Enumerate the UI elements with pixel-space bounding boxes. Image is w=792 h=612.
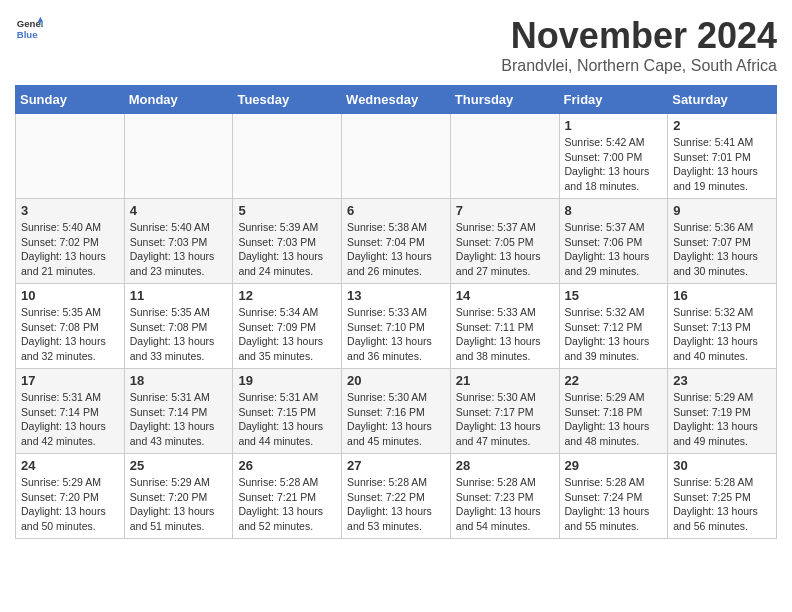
calendar-cell: 16Sunrise: 5:32 AM Sunset: 7:13 PM Dayli…: [668, 284, 777, 369]
day-number: 1: [565, 118, 663, 133]
calendar-week-row: 24Sunrise: 5:29 AM Sunset: 7:20 PM Dayli…: [16, 454, 777, 539]
day-info: Sunrise: 5:40 AM Sunset: 7:03 PM Dayligh…: [130, 220, 228, 279]
weekday-header: Saturday: [668, 86, 777, 114]
day-info: Sunrise: 5:28 AM Sunset: 7:24 PM Dayligh…: [565, 475, 663, 534]
day-info: Sunrise: 5:29 AM Sunset: 7:18 PM Dayligh…: [565, 390, 663, 449]
day-number: 7: [456, 203, 554, 218]
day-number: 23: [673, 373, 771, 388]
day-number: 11: [130, 288, 228, 303]
calendar-cell: 23Sunrise: 5:29 AM Sunset: 7:19 PM Dayli…: [668, 369, 777, 454]
calendar-week-row: 17Sunrise: 5:31 AM Sunset: 7:14 PM Dayli…: [16, 369, 777, 454]
day-info: Sunrise: 5:36 AM Sunset: 7:07 PM Dayligh…: [673, 220, 771, 279]
day-info: Sunrise: 5:35 AM Sunset: 7:08 PM Dayligh…: [21, 305, 119, 364]
day-info: Sunrise: 5:31 AM Sunset: 7:14 PM Dayligh…: [130, 390, 228, 449]
calendar-cell: [16, 114, 125, 199]
calendar-cell: 2Sunrise: 5:41 AM Sunset: 7:01 PM Daylig…: [668, 114, 777, 199]
day-info: Sunrise: 5:28 AM Sunset: 7:23 PM Dayligh…: [456, 475, 554, 534]
day-number: 25: [130, 458, 228, 473]
day-number: 12: [238, 288, 336, 303]
calendar-week-row: 1Sunrise: 5:42 AM Sunset: 7:00 PM Daylig…: [16, 114, 777, 199]
day-info: Sunrise: 5:29 AM Sunset: 7:20 PM Dayligh…: [21, 475, 119, 534]
day-info: Sunrise: 5:32 AM Sunset: 7:12 PM Dayligh…: [565, 305, 663, 364]
calendar-cell: 8Sunrise: 5:37 AM Sunset: 7:06 PM Daylig…: [559, 199, 668, 284]
calendar-cell: 29Sunrise: 5:28 AM Sunset: 7:24 PM Dayli…: [559, 454, 668, 539]
logo: General Blue: [15, 15, 43, 43]
day-number: 2: [673, 118, 771, 133]
logo-icon: General Blue: [15, 15, 43, 43]
calendar-cell: 14Sunrise: 5:33 AM Sunset: 7:11 PM Dayli…: [450, 284, 559, 369]
day-number: 16: [673, 288, 771, 303]
calendar-cell: 18Sunrise: 5:31 AM Sunset: 7:14 PM Dayli…: [124, 369, 233, 454]
day-number: 3: [21, 203, 119, 218]
day-number: 4: [130, 203, 228, 218]
day-info: Sunrise: 5:38 AM Sunset: 7:04 PM Dayligh…: [347, 220, 445, 279]
calendar-cell: [342, 114, 451, 199]
day-number: 9: [673, 203, 771, 218]
calendar-week-row: 10Sunrise: 5:35 AM Sunset: 7:08 PM Dayli…: [16, 284, 777, 369]
day-number: 29: [565, 458, 663, 473]
calendar-week-row: 3Sunrise: 5:40 AM Sunset: 7:02 PM Daylig…: [16, 199, 777, 284]
day-info: Sunrise: 5:39 AM Sunset: 7:03 PM Dayligh…: [238, 220, 336, 279]
title-area: November 2024 Brandvlei, Northern Cape, …: [501, 15, 777, 75]
day-number: 17: [21, 373, 119, 388]
day-number: 5: [238, 203, 336, 218]
day-info: Sunrise: 5:30 AM Sunset: 7:17 PM Dayligh…: [456, 390, 554, 449]
day-number: 18: [130, 373, 228, 388]
day-info: Sunrise: 5:37 AM Sunset: 7:06 PM Dayligh…: [565, 220, 663, 279]
day-number: 24: [21, 458, 119, 473]
calendar-cell: 4Sunrise: 5:40 AM Sunset: 7:03 PM Daylig…: [124, 199, 233, 284]
calendar-cell: 7Sunrise: 5:37 AM Sunset: 7:05 PM Daylig…: [450, 199, 559, 284]
day-number: 13: [347, 288, 445, 303]
calendar-cell: 9Sunrise: 5:36 AM Sunset: 7:07 PM Daylig…: [668, 199, 777, 284]
day-info: Sunrise: 5:28 AM Sunset: 7:25 PM Dayligh…: [673, 475, 771, 534]
weekday-header: Wednesday: [342, 86, 451, 114]
calendar-cell: 3Sunrise: 5:40 AM Sunset: 7:02 PM Daylig…: [16, 199, 125, 284]
day-number: 20: [347, 373, 445, 388]
day-info: Sunrise: 5:40 AM Sunset: 7:02 PM Dayligh…: [21, 220, 119, 279]
day-number: 21: [456, 373, 554, 388]
weekday-header-row: SundayMondayTuesdayWednesdayThursdayFrid…: [16, 86, 777, 114]
day-info: Sunrise: 5:42 AM Sunset: 7:00 PM Dayligh…: [565, 135, 663, 194]
calendar-cell: 1Sunrise: 5:42 AM Sunset: 7:00 PM Daylig…: [559, 114, 668, 199]
calendar-cell: 6Sunrise: 5:38 AM Sunset: 7:04 PM Daylig…: [342, 199, 451, 284]
day-info: Sunrise: 5:31 AM Sunset: 7:15 PM Dayligh…: [238, 390, 336, 449]
weekday-header: Tuesday: [233, 86, 342, 114]
weekday-header: Thursday: [450, 86, 559, 114]
calendar-cell: 20Sunrise: 5:30 AM Sunset: 7:16 PM Dayli…: [342, 369, 451, 454]
calendar-cell: 15Sunrise: 5:32 AM Sunset: 7:12 PM Dayli…: [559, 284, 668, 369]
day-number: 19: [238, 373, 336, 388]
day-info: Sunrise: 5:32 AM Sunset: 7:13 PM Dayligh…: [673, 305, 771, 364]
calendar-cell: 12Sunrise: 5:34 AM Sunset: 7:09 PM Dayli…: [233, 284, 342, 369]
day-number: 30: [673, 458, 771, 473]
day-info: Sunrise: 5:41 AM Sunset: 7:01 PM Dayligh…: [673, 135, 771, 194]
calendar-cell: 24Sunrise: 5:29 AM Sunset: 7:20 PM Dayli…: [16, 454, 125, 539]
calendar-cell: 28Sunrise: 5:28 AM Sunset: 7:23 PM Dayli…: [450, 454, 559, 539]
calendar-cell: 11Sunrise: 5:35 AM Sunset: 7:08 PM Dayli…: [124, 284, 233, 369]
location-title: Brandvlei, Northern Cape, South Africa: [501, 57, 777, 75]
day-info: Sunrise: 5:33 AM Sunset: 7:10 PM Dayligh…: [347, 305, 445, 364]
day-info: Sunrise: 5:29 AM Sunset: 7:19 PM Dayligh…: [673, 390, 771, 449]
calendar-cell: 13Sunrise: 5:33 AM Sunset: 7:10 PM Dayli…: [342, 284, 451, 369]
day-info: Sunrise: 5:28 AM Sunset: 7:21 PM Dayligh…: [238, 475, 336, 534]
weekday-header: Friday: [559, 86, 668, 114]
day-number: 6: [347, 203, 445, 218]
day-number: 22: [565, 373, 663, 388]
calendar-cell: 21Sunrise: 5:30 AM Sunset: 7:17 PM Dayli…: [450, 369, 559, 454]
calendar-cell: [450, 114, 559, 199]
weekday-header: Sunday: [16, 86, 125, 114]
calendar-cell: 30Sunrise: 5:28 AM Sunset: 7:25 PM Dayli…: [668, 454, 777, 539]
day-number: 28: [456, 458, 554, 473]
day-number: 27: [347, 458, 445, 473]
day-info: Sunrise: 5:34 AM Sunset: 7:09 PM Dayligh…: [238, 305, 336, 364]
day-number: 26: [238, 458, 336, 473]
calendar-cell: 27Sunrise: 5:28 AM Sunset: 7:22 PM Dayli…: [342, 454, 451, 539]
calendar-cell: 22Sunrise: 5:29 AM Sunset: 7:18 PM Dayli…: [559, 369, 668, 454]
svg-text:Blue: Blue: [17, 29, 38, 40]
calendar-cell: 17Sunrise: 5:31 AM Sunset: 7:14 PM Dayli…: [16, 369, 125, 454]
calendar-cell: 26Sunrise: 5:28 AM Sunset: 7:21 PM Dayli…: [233, 454, 342, 539]
day-number: 14: [456, 288, 554, 303]
weekday-header: Monday: [124, 86, 233, 114]
day-info: Sunrise: 5:31 AM Sunset: 7:14 PM Dayligh…: [21, 390, 119, 449]
day-info: Sunrise: 5:37 AM Sunset: 7:05 PM Dayligh…: [456, 220, 554, 279]
day-info: Sunrise: 5:33 AM Sunset: 7:11 PM Dayligh…: [456, 305, 554, 364]
